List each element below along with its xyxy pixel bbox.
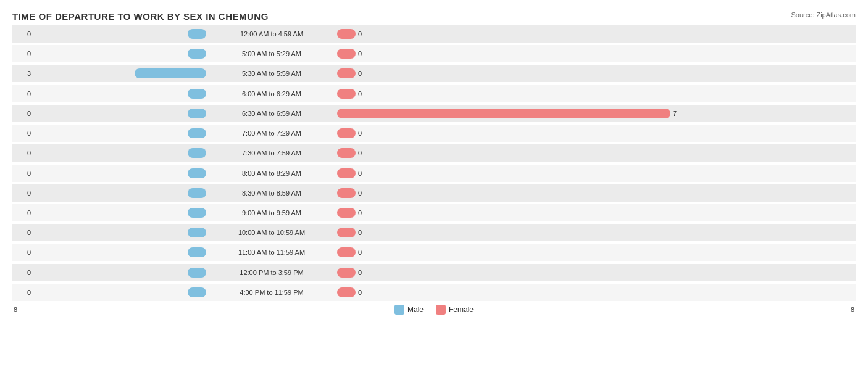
female-value: 0 (358, 130, 373, 137)
time-label: 8:00 AM to 8:29 AM (210, 170, 333, 177)
time-label: 5:30 AM to 5:59 AM (210, 70, 333, 77)
table-row: 0 4:00 PM to 11:59 PM 0 (12, 284, 856, 301)
male-value: 0 (19, 50, 31, 57)
female-value: 0 (358, 30, 373, 38)
male-bar (188, 168, 206, 178)
row-right: 0 (333, 168, 856, 178)
footer-right-value: 8 (836, 306, 854, 313)
time-label: 8:30 AM to 8:59 AM (210, 189, 333, 197)
male-bar (188, 268, 206, 278)
table-row: 3 5:30 AM to 5:59 AM 0 (12, 65, 856, 82)
male-value: 0 (19, 149, 31, 157)
row-right: 0 (333, 128, 856, 138)
female-bar (337, 228, 356, 237)
time-label: 12:00 AM to 4:59 AM (210, 30, 333, 38)
female-bar (337, 268, 356, 278)
male-bar-container (33, 247, 206, 257)
male-value: 0 (19, 249, 31, 256)
row-right: 0 (333, 188, 856, 198)
male-bar (188, 148, 206, 158)
male-bar-container (33, 287, 206, 297)
table-row: 0 6:30 AM to 6:59 AM 7 (12, 105, 856, 122)
chart-container: TIME OF DEPARTURE TO WORK BY SEX IN CHEM… (0, 0, 868, 367)
male-bar (188, 228, 206, 237)
time-label: 11:00 AM to 11:59 AM (210, 249, 333, 256)
male-value: 0 (19, 30, 31, 38)
legend: Male Female (394, 305, 474, 315)
female-bar (337, 49, 356, 59)
male-bar (188, 188, 206, 198)
row-right: 0 (333, 208, 856, 218)
male-bar-container (33, 208, 206, 218)
row-left: 0 (12, 29, 210, 39)
table-row: 0 8:00 AM to 8:29 AM 0 (12, 165, 856, 182)
female-bar (337, 148, 356, 158)
chart-footer: 8 Male Female 8 (12, 305, 856, 315)
male-bar (188, 29, 206, 39)
row-left: 0 (12, 228, 210, 237)
male-bar (188, 49, 206, 59)
male-bar-container (33, 49, 206, 59)
male-value: 0 (19, 229, 31, 236)
male-value: 0 (19, 209, 31, 216)
row-right: 0 (333, 89, 856, 99)
row-right: 0 (333, 68, 856, 78)
female-bar (337, 68, 356, 78)
time-label: 4:00 PM to 11:59 PM (210, 289, 333, 296)
row-left: 0 (12, 89, 210, 99)
male-bar (188, 128, 206, 138)
row-right: 0 (333, 247, 856, 257)
female-bar (337, 188, 356, 198)
male-bar-container (33, 128, 206, 138)
male-value: 0 (19, 90, 31, 97)
male-value: 3 (19, 70, 31, 77)
row-left: 0 (12, 148, 210, 158)
time-label: 10:00 AM to 10:59 AM (210, 229, 333, 236)
row-right: 0 (333, 228, 856, 237)
row-left: 0 (12, 49, 210, 59)
female-value: 0 (358, 209, 373, 216)
female-bar (337, 168, 356, 178)
time-label: 5:00 AM to 5:29 AM (210, 50, 333, 57)
male-value: 0 (19, 289, 31, 296)
legend-male-label: Male (407, 305, 424, 314)
time-label: 6:00 AM to 6:29 AM (210, 90, 333, 97)
time-label: 6:30 AM to 6:59 AM (210, 110, 333, 117)
table-row: 0 12:00 AM to 4:59 AM 0 (12, 25, 856, 43)
male-bar (188, 109, 206, 118)
legend-male: Male (394, 305, 424, 315)
row-left: 3 (12, 68, 210, 78)
male-bar-container (33, 148, 206, 158)
female-value: 0 (358, 90, 373, 97)
legend-female: Female (436, 305, 474, 315)
row-right: 0 (333, 268, 856, 278)
female-bar (337, 29, 356, 39)
female-value: 0 (358, 70, 373, 77)
male-bar (188, 89, 206, 99)
male-bar-container (33, 89, 206, 99)
female-bar (337, 128, 356, 138)
male-bar (188, 247, 206, 257)
table-row: 0 8:30 AM to 8:59 AM 0 (12, 184, 856, 202)
time-label: 9:00 AM to 9:59 AM (210, 209, 333, 216)
male-bar-container (33, 188, 206, 198)
male-value: 0 (19, 110, 31, 117)
table-row: 0 6:00 AM to 6:29 AM 0 (12, 85, 856, 102)
female-bar (337, 109, 670, 118)
male-bar (135, 68, 206, 78)
male-bar-container (33, 268, 206, 278)
source-label: Source: ZipAtlas.com (791, 11, 856, 19)
table-row: 0 10:00 AM to 10:59 AM 0 (12, 224, 856, 241)
row-left: 0 (12, 247, 210, 257)
female-value: 0 (358, 50, 373, 57)
table-row: 0 7:00 AM to 7:29 AM 0 (12, 125, 856, 142)
row-left: 0 (12, 208, 210, 218)
table-row: 0 5:00 AM to 5:29 AM 0 (12, 45, 856, 62)
row-right: 0 (333, 287, 856, 297)
male-value: 0 (19, 170, 31, 177)
female-value: 0 (358, 249, 373, 256)
row-left: 0 (12, 168, 210, 178)
row-left: 0 (12, 287, 210, 297)
female-value: 0 (358, 269, 373, 276)
male-bar (188, 287, 206, 297)
